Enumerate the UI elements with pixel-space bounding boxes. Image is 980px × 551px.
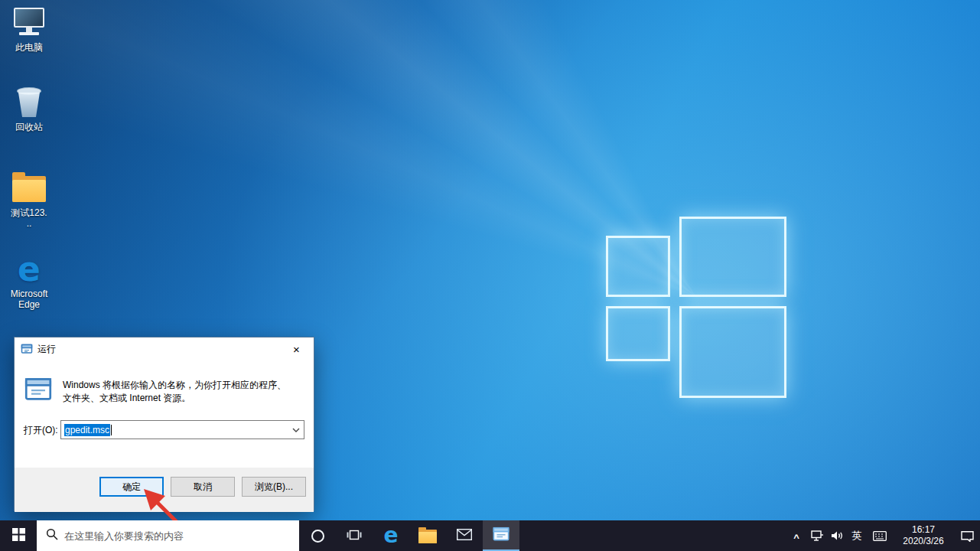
file-explorer-icon	[418, 529, 437, 543]
icon-label-line2: Edge	[18, 299, 40, 310]
desktop-icon-recycle-bin[interactable]: 回收站	[0, 86, 58, 132]
icon-label: 测试123.	[11, 207, 47, 218]
taskbar-spacer	[519, 520, 786, 551]
edge-icon: e	[384, 525, 399, 546]
folder-icon	[11, 171, 47, 205]
taskbar: e ^	[0, 520, 980, 551]
chevron-down-icon[interactable]	[288, 421, 304, 439]
windows-logo-pane	[679, 306, 786, 398]
file-explorer-button[interactable]	[409, 520, 446, 551]
task-view-icon	[347, 529, 362, 543]
icon-label: 回收站	[15, 122, 43, 132]
search-input[interactable]	[64, 530, 278, 542]
run-description-line1: Windows 将根据你输入的名称，为你打开相应的程序、	[63, 379, 300, 392]
close-icon[interactable]: ×	[279, 338, 314, 360]
recycle-bin-icon	[11, 86, 47, 119]
run-command-combobox[interactable]: gpedit.msc	[60, 420, 304, 439]
search-icon	[46, 528, 58, 543]
cortana-icon	[311, 530, 324, 543]
start-button[interactable]	[0, 520, 37, 551]
touch-keyboard-icon[interactable]	[867, 520, 893, 551]
run-dialog-title: 运行	[37, 343, 56, 356]
open-label: 打开(O):	[24, 424, 58, 437]
mail-icon	[457, 529, 472, 543]
run-dialog-body: Windows 将根据你输入的名称，为你打开相应的程序、 文件夹、文档或 Int…	[15, 360, 314, 468]
ime-language-indicator[interactable]: 英	[847, 520, 867, 551]
windows-logo-pane	[679, 217, 786, 297]
windows-desktop: 此电脑 回收站 测试123. .. e Microsoft Edge	[0, 0, 980, 551]
desktop-icon-microsoft-edge[interactable]: e Microsoft Edge	[0, 253, 58, 310]
this-pc-icon	[11, 6, 47, 40]
network-icon[interactable]	[807, 520, 827, 551]
task-view-button[interactable]	[336, 520, 373, 551]
show-hidden-icons-chevron[interactable]: ^	[786, 520, 807, 551]
run-command-value[interactable]: gpedit.msc	[64, 424, 110, 436]
volume-icon[interactable]	[827, 520, 847, 551]
tray-time: 16:17	[893, 524, 954, 536]
clock[interactable]: 16:17 2020/3/26	[893, 520, 954, 551]
run-description-line2: 文件夹、文档或 Internet 资源。	[63, 392, 300, 405]
icon-label: Microsoft	[11, 289, 48, 299]
windows-logo-pane	[606, 306, 670, 361]
tray-date: 2020/3/26	[893, 536, 954, 547]
mail-button[interactable]	[446, 520, 483, 551]
windows-logo-graphic	[604, 215, 788, 399]
run-description: Windows 将根据你输入的名称，为你打开相应的程序、 文件夹、文档或 Int…	[63, 379, 300, 405]
run-icon	[24, 376, 52, 403]
text-caret	[111, 425, 112, 435]
browse-button[interactable]: 浏览(B)...	[242, 477, 306, 497]
run-taskbar-button[interactable]	[483, 520, 519, 551]
desktop-icon-this-pc[interactable]: 此电脑	[0, 6, 58, 53]
edge-taskbar-button[interactable]: e	[373, 520, 409, 551]
icon-label: 此电脑	[15, 42, 43, 53]
run-window-icon	[21, 343, 33, 355]
edge-icon: e	[11, 253, 47, 286]
run-window-icon	[493, 526, 510, 545]
icon-label-line2: ..	[27, 218, 32, 229]
taskbar-search[interactable]	[37, 520, 299, 551]
windows-flag-icon	[12, 528, 25, 543]
desktop-icon-test-folder[interactable]: 测试123. ..	[0, 171, 58, 229]
windows-logo-pane	[606, 236, 670, 297]
action-center-icon[interactable]	[954, 520, 980, 551]
run-dialog-titlebar[interactable]: 运行 ×	[15, 337, 314, 360]
cortana-button[interactable]	[299, 520, 336, 551]
